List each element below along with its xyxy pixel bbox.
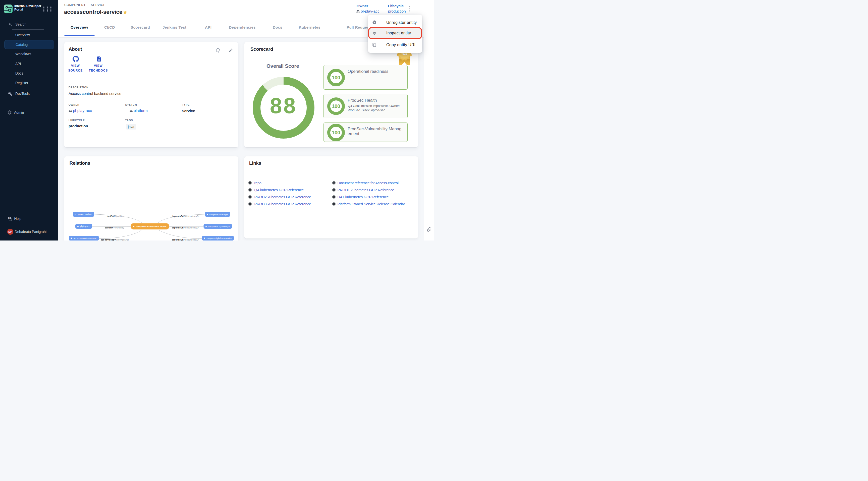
svg-text:api:accesscontrol-service: api:accesscontrol-service: [73, 237, 96, 239]
svg-text:dependsOn / dependencyOf: dependsOn / dependencyOf: [172, 238, 199, 241]
svg-text:apiProvidedBy / providesApi: apiProvidedBy / providesApi: [101, 238, 129, 241]
svg-text:dependsOn / dependencyOf: dependsOn / dependencyOf: [172, 215, 199, 217]
svg-text:component:accesscontrol-servic: component:accesscontrol-service: [136, 225, 166, 228]
svg-text:ownerOf / ownedBy: ownerOf / ownedBy: [105, 226, 124, 229]
svg-text:dependsOn / dependencyOf: dependsOn / dependencyOf: [172, 226, 199, 229]
svg-text:hasPart / partOf: hasPart / partOf: [107, 215, 123, 217]
svg-text:system:platform: system:platform: [78, 213, 92, 215]
svg-text:component:ng-manager: component:ng-manager: [208, 225, 230, 227]
svg-text:pl-play-acc: pl-play-acc: [80, 225, 90, 227]
svg-text:component:platform-service: component:platform-service: [207, 237, 232, 239]
svg-text:component:manager: component:manager: [210, 213, 228, 215]
svg-text:?: ?: [9, 217, 10, 219]
